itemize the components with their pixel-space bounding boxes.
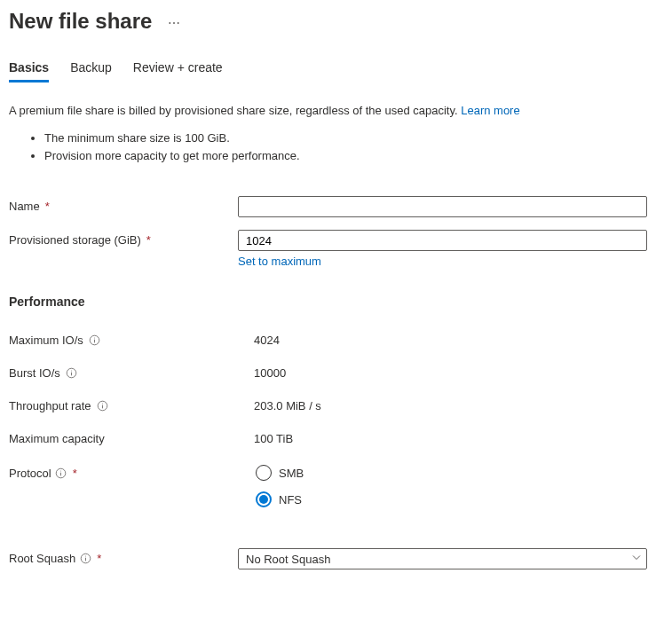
protocol-smb-label: SMB: [279, 467, 304, 480]
info-icon[interactable]: [55, 467, 67, 480]
info-icon[interactable]: [79, 553, 91, 565]
svg-point-4: [71, 371, 72, 372]
perf-max-cap-row: Maximum capacity 100 TiB: [9, 432, 647, 445]
perf-throughput-row: Throughput rate 203.0 MiB / s: [9, 399, 647, 412]
field-provisioned-row: Provisioned storage (GiB) * Set to maxim…: [9, 230, 647, 268]
intro-text-body: A premium file share is billed by provis…: [9, 104, 458, 117]
perf-max-cap-label: Maximum capacity: [9, 432, 105, 445]
tab-backup[interactable]: Backup: [70, 55, 112, 82]
perf-burst-io-label: Burst IO/s: [9, 366, 60, 380]
svg-point-10: [60, 471, 61, 472]
root-squash-label: Root Squash: [9, 552, 75, 565]
info-icon[interactable]: [66, 367, 78, 380]
perf-max-io-label: Maximum IO/s: [9, 334, 83, 347]
protocol-nfs-label: NFS: [279, 493, 302, 507]
svg-point-7: [102, 404, 103, 404]
set-to-maximum-link[interactable]: Set to maximum: [238, 255, 321, 268]
svg-point-13: [85, 556, 86, 557]
more-menu-icon[interactable]: ⋯: [168, 12, 181, 30]
radio-icon: [256, 465, 272, 481]
intro-bullets: The minimum share size is 100 GiB. Provi…: [9, 130, 647, 164]
name-label: Name: [9, 200, 40, 213]
tab-basics[interactable]: Basics: [9, 55, 49, 82]
root-squash-value: No Root Squash: [246, 553, 330, 566]
provisioned-label: Provisioned storage (GiB): [9, 233, 141, 247]
perf-max-cap-value: 100 TiB: [254, 432, 293, 445]
protocol-row: Protocol * SMB NFS: [9, 465, 647, 518]
info-icon[interactable]: [89, 334, 101, 347]
intro-text: A premium file share is billed by provis…: [9, 104, 647, 117]
tab-review-create[interactable]: Review + create: [133, 55, 223, 82]
radio-icon: [256, 491, 272, 507]
root-squash-select[interactable]: No Root Squash: [238, 548, 647, 569]
bullet-item: Provision more capacity to get more perf…: [44, 147, 647, 165]
perf-max-io-row: Maximum IO/s 4024: [9, 334, 647, 347]
name-input[interactable]: [238, 196, 647, 217]
svg-point-1: [94, 338, 95, 339]
required-mark: *: [45, 200, 50, 213]
perf-max-io-value: 4024: [254, 334, 280, 347]
root-squash-row: Root Squash * No Root Squash: [9, 548, 647, 569]
tab-bar: Basics Backup Review + create: [9, 55, 647, 82]
page-title: New file share: [9, 9, 152, 34]
bullet-item: The minimum share size is 100 GiB.: [44, 130, 647, 147]
required-mark: *: [73, 467, 77, 480]
field-name-row: Name *: [9, 196, 647, 217]
performance-heading: Performance: [9, 295, 647, 309]
info-icon[interactable]: [97, 400, 109, 412]
protocol-option-nfs[interactable]: NFS: [256, 491, 647, 507]
page-header: New file share ⋯: [9, 9, 647, 34]
perf-burst-io-value: 10000: [254, 366, 286, 380]
provisioned-input[interactable]: [238, 230, 647, 251]
learn-more-link[interactable]: Learn more: [461, 104, 519, 117]
required-mark: *: [146, 233, 151, 247]
protocol-label: Protocol: [9, 467, 51, 480]
perf-throughput-label: Throughput rate: [9, 399, 91, 412]
perf-burst-io-row: Burst IO/s 10000: [9, 366, 647, 380]
protocol-option-smb[interactable]: SMB: [256, 465, 647, 481]
required-mark: *: [97, 552, 101, 565]
perf-throughput-value: 203.0 MiB / s: [254, 399, 321, 412]
